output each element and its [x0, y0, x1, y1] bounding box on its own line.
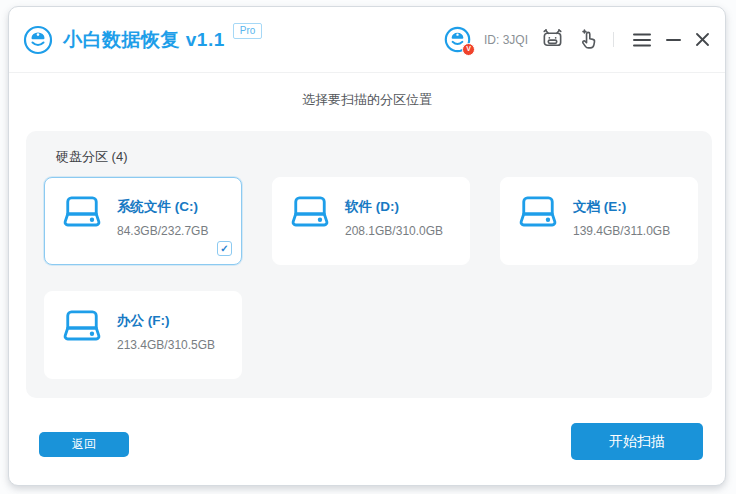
menu-icon[interactable]: [633, 33, 651, 47]
drive-icon: [289, 195, 331, 233]
partition-size: 213.4GB/310.5GB: [117, 338, 215, 352]
step-title: 选择要扫描的分区位置: [9, 91, 725, 109]
pointer-hand-icon[interactable]: [577, 28, 598, 51]
back-button[interactable]: 返回: [39, 432, 129, 457]
drive-icon: [61, 309, 103, 347]
partitions-panel: 硬盘分区 (4) 系统文件 (C:) 84.3GB/232.7GB ✓: [26, 131, 712, 398]
user-avatar[interactable]: V: [444, 26, 471, 53]
partition-card-e[interactable]: 文档 (E:) 139.4GB/311.0GB: [500, 177, 698, 265]
minimize-icon[interactable]: [666, 38, 681, 42]
partition-name: 办公 (F:): [117, 312, 215, 330]
user-id: ID: 3JQI: [484, 33, 528, 47]
partition-card-c[interactable]: 系统文件 (C:) 84.3GB/232.7GB ✓: [44, 177, 242, 265]
partition-size: 208.1GB/310.0GB: [345, 224, 443, 238]
partition-name: 软件 (D:): [345, 198, 443, 216]
partition-card-d[interactable]: 软件 (D:) 208.1GB/310.0GB: [272, 177, 470, 265]
partition-size: 139.4GB/311.0GB: [573, 224, 670, 238]
panel-title: 硬盘分区 (4): [56, 148, 128, 166]
partition-card-f[interactable]: 办公 (F:) 213.4GB/310.5GB: [44, 291, 242, 379]
partition-name: 文档 (E:): [573, 198, 670, 216]
partition-grid: 系统文件 (C:) 84.3GB/232.7GB ✓ 软件 (D:) 208.1…: [44, 177, 698, 379]
pro-badge: Pro: [233, 23, 263, 39]
divider: [613, 32, 614, 47]
titlebar: 小白数据恢复 v1.1 Pro V ID: 3JQI: [9, 7, 725, 73]
partition-size: 84.3GB/232.7GB: [117, 224, 208, 238]
partition-name: 系统文件 (C:): [117, 198, 208, 216]
vip-badge: V: [462, 43, 475, 56]
drive-icon: [61, 195, 103, 233]
close-icon[interactable]: [696, 33, 709, 46]
robot-service-icon[interactable]: [541, 28, 564, 51]
start-scan-button[interactable]: 开始扫描: [571, 423, 703, 460]
app-window: 小白数据恢复 v1.1 Pro V ID: 3JQI: [8, 6, 726, 486]
app-logo-icon: [23, 25, 53, 55]
app-title: 小白数据恢复 v1.1: [63, 27, 225, 53]
partition-checkbox[interactable]: ✓: [217, 241, 232, 256]
drive-icon: [517, 195, 559, 233]
